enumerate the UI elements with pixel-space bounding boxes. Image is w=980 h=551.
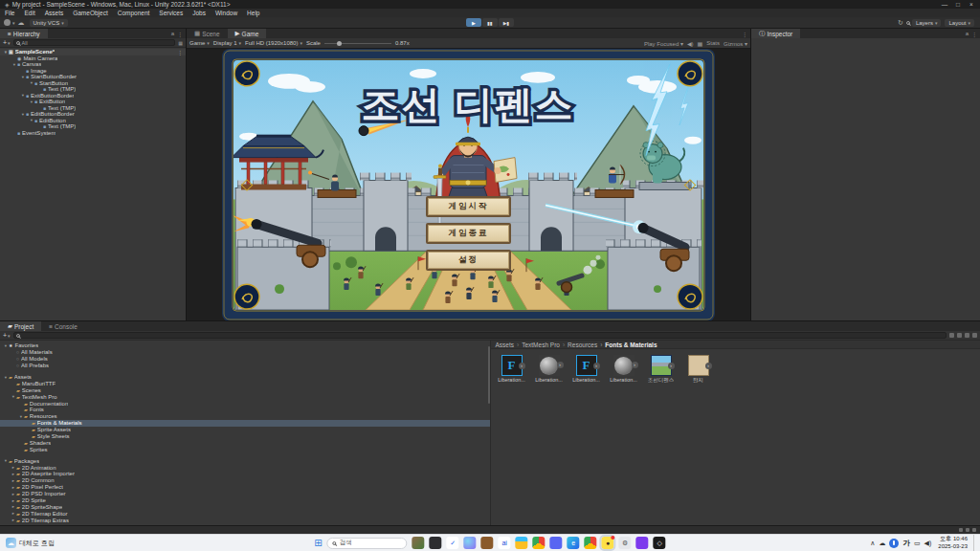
- project-tree-row[interactable]: ▸ ▰ 2D PSD Importer: [0, 491, 490, 497]
- asset-font-liberation-1[interactable]: F Liberation...: [497, 355, 527, 383]
- inspector-menu-icon[interactable]: ⋮: [971, 31, 977, 37]
- mute-audio-icon[interactable]: ◀): [687, 40, 694, 47]
- project-tree-row[interactable]: ▸ ▰ 2D Tilemap Extras: [0, 517, 490, 523]
- project-tree-scrollbar[interactable]: [488, 346, 490, 404]
- project-tree-row[interactable]: ○ All Materials: [0, 349, 490, 356]
- taskbar-discord-icon[interactable]: [550, 537, 563, 549]
- asset-material-liberation-1[interactable]: Liberation...: [534, 355, 565, 383]
- hierarchy-tree-row[interactable]: ■ EventSystem: [0, 130, 186, 137]
- vsync-icon[interactable]: ▦: [698, 40, 703, 47]
- menubar-item[interactable]: GameObject: [68, 10, 113, 16]
- maximize-button[interactable]: □: [951, 1, 965, 8]
- step-button[interactable]: ▶▮: [499, 18, 514, 27]
- project-tree-row[interactable]: ▰ Sprite Assets: [0, 427, 490, 433]
- pause-button[interactable]: ▮▮: [482, 18, 498, 27]
- project-tree-row[interactable]: ▸ ▰ 2D Pixel Perfect: [0, 484, 490, 491]
- project-tree-row[interactable]: ▰ Style Sheets: [0, 433, 490, 440]
- project-tree-row[interactable]: ▰ Shaders: [0, 439, 490, 446]
- project-tree-row[interactable]: ▾ ▰ Assets: [0, 374, 490, 381]
- tab-inspector[interactable]: ⓘ Inspector: [751, 29, 800, 38]
- project-tree-row[interactable]: ○ All Prefabs: [0, 363, 490, 369]
- project-tree-row[interactable]: ▰ Sprites: [0, 446, 490, 452]
- asset-image-joseon-defense[interactable]: 조선디펜스: [646, 355, 677, 384]
- tab-hierarchy[interactable]: ≡ Hierarchy: [0, 29, 48, 38]
- tray-chevron-up-icon[interactable]: ∧: [870, 540, 875, 547]
- search-icon[interactable]: [906, 21, 910, 25]
- tray-ime-indicator[interactable]: 가: [902, 539, 910, 548]
- hierarchy-search-input[interactable]: All: [13, 39, 176, 46]
- project-toolbar-icons[interactable]: [949, 333, 977, 338]
- close-button[interactable]: ×: [965, 1, 978, 8]
- tray-onedrive-icon[interactable]: ☁: [879, 540, 885, 547]
- taskbar-chrome-icon[interactable]: [533, 537, 546, 549]
- project-tree-row[interactable]: ▾ ▰ Resources: [0, 413, 490, 420]
- project-tree-row[interactable]: ▸ ▰ 2D Sprite: [0, 497, 490, 504]
- hierarchy-menu-icon[interactable]: ⋮: [177, 31, 183, 37]
- taskbar-weather-widget[interactable]: ☁ 대체로 흐림: [0, 538, 60, 548]
- project-tree-row[interactable]: ▾ ★ Favorites: [0, 342, 490, 349]
- breadcrumb-item[interactable]: Assets: [496, 342, 515, 348]
- display-dropdown[interactable]: Display 1▾: [213, 40, 241, 46]
- project-tree-row[interactable]: ○ All Models: [0, 356, 490, 363]
- hierarchy-lock-icon[interactable]: a: [171, 31, 174, 36]
- menubar-item[interactable]: Help: [242, 10, 264, 16]
- project-tree-row[interactable]: ▾ ▰ TextMesh Pro: [0, 393, 490, 400]
- tab-console[interactable]: ≡ Console: [41, 321, 85, 331]
- game-panel-menu-icon[interactable]: ⋮: [742, 31, 747, 37]
- stats-button[interactable]: Stats: [706, 40, 720, 46]
- taskbar-purple-app-icon[interactable]: [636, 537, 649, 549]
- taskbar-ai-icon[interactable]: ai: [499, 537, 511, 549]
- project-search-input[interactable]: [13, 332, 947, 339]
- project-tree-row[interactable]: ▸ ▰ 2D SpriteShape: [0, 503, 490, 510]
- project-tree-row[interactable]: ▾ ▰ Packages: [0, 457, 490, 464]
- project-tree-row[interactable]: ▰ Fonts & Materials: [0, 420, 490, 427]
- resolution-dropdown[interactable]: Full HD (1920x1080)▾: [245, 40, 302, 46]
- taskbar-briefcase-icon[interactable]: [481, 537, 494, 549]
- cloud-icon[interactable]: ☁: [18, 19, 25, 27]
- menubar-item[interactable]: Component: [113, 10, 155, 16]
- menubar-item[interactable]: Assets: [40, 10, 69, 16]
- account-chevron-icon[interactable]: ▾: [12, 20, 15, 26]
- show-desktop-button[interactable]: [973, 535, 976, 551]
- unity-vcs-dropdown[interactable]: Unity VCS▾: [30, 19, 68, 27]
- account-avatar[interactable]: [4, 19, 11, 26]
- tab-scene[interactable]: ▦ Scene: [187, 29, 228, 38]
- menubar-item[interactable]: Edit: [19, 10, 39, 16]
- taskbar-edge-icon[interactable]: e: [568, 537, 580, 549]
- project-add-button[interactable]: +▾: [3, 332, 11, 339]
- project-tree-row[interactable]: ▰ Scenes: [0, 386, 490, 393]
- hierarchy-add-button[interactable]: +▾: [3, 39, 11, 46]
- taskbar-copilot-icon[interactable]: [464, 537, 477, 549]
- project-tree-row[interactable]: ▰ Documentation: [0, 400, 490, 407]
- inspector-lock-icon[interactable]: a: [966, 31, 969, 36]
- gizmos-dropdown[interactable]: Gizmos ▾: [724, 40, 747, 47]
- tray-keyboard-icon[interactable]: ▭: [914, 540, 921, 547]
- menubar-item[interactable]: File: [0, 10, 19, 16]
- game-target-dropdown[interactable]: Game▾: [189, 40, 210, 46]
- project-tree-row[interactable]: ▸ ▰ Burst: [0, 523, 490, 525]
- start-button[interactable]: ⊞: [314, 539, 322, 548]
- taskbar-check-app-icon[interactable]: ✓: [447, 537, 459, 549]
- menubar-item[interactable]: Jobs: [188, 10, 211, 16]
- minimize-button[interactable]: —: [938, 1, 951, 8]
- project-tree-row[interactable]: ▰ Fonts: [0, 407, 490, 413]
- menubar-item[interactable]: Window: [211, 10, 242, 16]
- game-menu-button[interactable]: 설정: [426, 250, 511, 271]
- taskbar-search-input[interactable]: 검색: [327, 538, 408, 549]
- tab-game[interactable]: ▶ Game: [228, 29, 267, 38]
- menubar-item[interactable]: Services: [154, 10, 188, 16]
- project-tree-row[interactable]: ▸ ▰ 2D Aseprite Importer: [0, 471, 490, 477]
- project-tree-row[interactable]: ▸ ▰ 2D Common: [0, 477, 490, 484]
- tray-speaker-icon[interactable]: ◀): [924, 540, 932, 547]
- taskbar-widget-icon[interactable]: [412, 537, 425, 549]
- breadcrumb-item[interactable]: TextMesh Pro: [514, 342, 560, 348]
- project-tree-row[interactable]: ▸ ▰ 2D Animation: [0, 464, 490, 471]
- taskbar-kakaotalk-icon[interactable]: ●: [602, 537, 614, 549]
- tab-project[interactable]: ▰ Project: [0, 321, 41, 331]
- layers-dropdown[interactable]: Layers▾: [912, 19, 942, 27]
- undo-history-icon[interactable]: ↻: [898, 19, 903, 27]
- project-tree-row[interactable]: ▸ ▰ 2D Tilemap Editor: [0, 510, 490, 517]
- play-focused-dropdown[interactable]: Play Focused ▾: [644, 40, 683, 47]
- breadcrumb-item[interactable]: Fonts & Materials: [597, 342, 657, 348]
- play-button[interactable]: ▶: [466, 18, 481, 27]
